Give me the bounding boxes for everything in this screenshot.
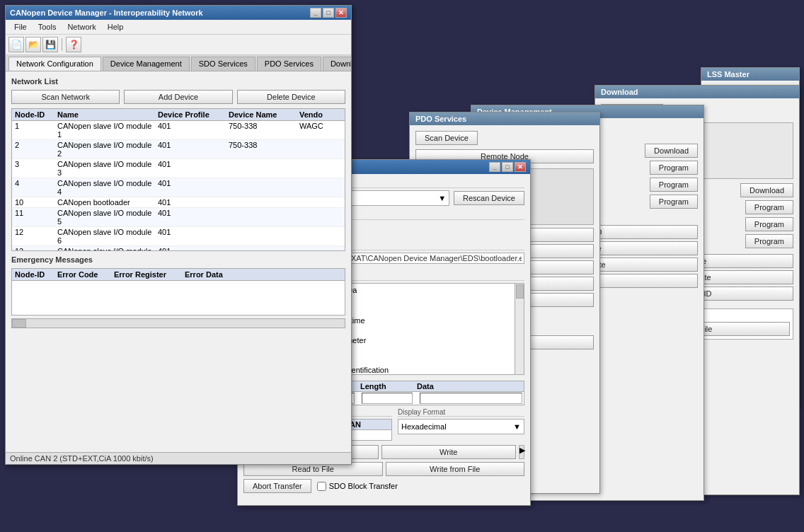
cell-node-id: 13 (15, 247, 57, 251)
help-toolbar-btn[interactable]: ❓ (66, 37, 81, 52)
sdo-tree-scrollbar[interactable] (515, 284, 524, 374)
table-row[interactable]: 2 CANopen slave I/O module 2 401 750-338 (12, 140, 345, 159)
cell-profile: 401 (158, 160, 229, 177)
menu-network[interactable]: Network (62, 21, 101, 33)
sdo-write-btn[interactable]: Write (381, 445, 517, 459)
cell-vendor (299, 179, 342, 196)
main-close-btn[interactable]: ✕ (335, 8, 347, 18)
sdo-abort-row: Abort Transfer SDO Block Transfer (243, 479, 524, 493)
table-row[interactable]: 12 CANopen slave I/O module 6 401 (12, 227, 345, 246)
cell-device (229, 209, 299, 226)
sdo-maximize-btn[interactable]: □ (502, 162, 513, 172)
table-row[interactable]: 3 CANopen slave I/O module 3 401 (12, 159, 345, 178)
em-col-register: Error Register (114, 270, 185, 279)
cell-device: 750-338 (229, 122, 299, 139)
sdo-block-transfer-checkbox-row[interactable]: SDO Block Transfer (317, 482, 398, 491)
table-row[interactable]: 13 CANopen slave I/O module 7 401 (12, 246, 345, 251)
sdo-close-btn[interactable]: ✕ (515, 162, 526, 172)
cell-node-id: 4 (15, 179, 57, 196)
em-col-error: Error Code (57, 270, 114, 279)
table-row[interactable]: 4 CANopen slave I/O module 4 401 (12, 178, 345, 197)
download-program-btn4[interactable]: Program (745, 234, 793, 248)
sdo-display-format-section: Display Format Hexadecimal ▼ (398, 408, 524, 434)
cell-vendor (299, 198, 342, 207)
sdo-display-format-label: Display Format (398, 408, 524, 417)
col-length: Length (360, 382, 417, 391)
sdo-minimize-btn[interactable]: _ (489, 162, 500, 172)
lss-title: LSS Master (701, 68, 799, 81)
sdo-display-format-dropdown[interactable]: Hexadecimal ▼ (398, 419, 524, 434)
network-table-body[interactable]: 1 CANopen slave I/O module 1 401 750-338… (11, 120, 345, 251)
sdo-data-input[interactable] (420, 393, 522, 404)
tab-pdo-services[interactable]: PDO Services (257, 57, 321, 71)
sdo-scroll-right[interactable]: ▶ (519, 445, 524, 459)
main-panel: Network List Scan Network Add Device Del… (6, 71, 351, 334)
sdo-write-from-file-btn[interactable]: Write from File (386, 462, 525, 476)
dm-program-btn1[interactable]: Program (650, 161, 698, 175)
main-title-bar: CANopen Device Manager - Interoperabilit… (6, 6, 351, 20)
status-bar: Online CAN 2 (STD+EXT,CiA 1000 kbit/s) (6, 452, 351, 464)
col-device-profile: Device Profile (158, 110, 229, 119)
dm-program-btn2[interactable]: Program (650, 178, 698, 192)
cell-name: CANopen bootloader (57, 198, 158, 207)
table-row[interactable]: 10 CANopen bootloader 401 (12, 197, 345, 208)
dropdown-arrow-icon: ▼ (438, 194, 446, 202)
cell-node-id: 1 (15, 122, 57, 139)
dm-download-btn[interactable]: Download (645, 144, 698, 158)
cell-profile: 401 (158, 209, 229, 226)
main-maximize-btn[interactable]: □ (323, 8, 334, 18)
sdo-abort-btn[interactable]: Abort Transfer (243, 479, 311, 493)
menu-help[interactable]: Help (102, 21, 130, 33)
cell-device (229, 198, 299, 207)
tab-download[interactable]: Download (323, 57, 351, 71)
cell-profile: 401 (158, 247, 229, 251)
col-device-name: Device Name (229, 110, 299, 119)
toolbar-sep1 (62, 38, 62, 51)
main-window-title: CANopen Device Manager - Interoperabilit… (10, 8, 203, 17)
sdo-length-input[interactable] (362, 393, 413, 404)
download-program-btn1[interactable]: Download (740, 183, 793, 197)
cell-device (229, 160, 299, 177)
emergency-table-body (11, 280, 345, 316)
download-program-btn2[interactable]: Program (745, 200, 793, 214)
menu-bar: File Tools Network Help (6, 20, 351, 35)
display-format-arrow-icon: ▼ (513, 422, 521, 431)
cell-vendor (299, 228, 342, 245)
pdo-title: PDO Services (410, 112, 599, 125)
sdo-window-controls[interactable]: _ □ ✕ (489, 162, 526, 172)
scan-network-btn[interactable]: Scan Network (11, 90, 120, 104)
cell-node-id: 12 (15, 228, 57, 245)
main-window-controls[interactable]: _ □ ✕ (310, 8, 347, 18)
menu-file[interactable]: File (8, 21, 33, 33)
sdo-block-transfer-checkbox[interactable] (317, 482, 326, 491)
sdo-rescan-btn[interactable]: Rescan Device (454, 191, 524, 205)
table-row[interactable]: 11 CANopen slave I/O module 5 401 (12, 208, 345, 227)
new-btn[interactable]: 📄 (8, 37, 24, 52)
table-row[interactable]: 1 CANopen slave I/O module 1 401 750-338… (12, 121, 345, 140)
cell-name: CANopen slave I/O module 5 (57, 209, 158, 226)
sdo-tree-scroll-thumb[interactable] (516, 284, 524, 299)
emergency-table-header: Node-ID Error Code Error Register Error … (11, 268, 345, 280)
tab-device-mgmt[interactable]: Device Management (103, 57, 190, 71)
main-tabs: Network Configuration Device Management … (6, 55, 351, 71)
cell-name: CANopen slave I/O module 1 (57, 122, 158, 139)
delete-device-btn[interactable]: Delete Device (237, 90, 345, 104)
horizontal-scrollbar[interactable] (11, 318, 345, 328)
col-vendor: Vendo (299, 110, 342, 119)
tab-sdo-services[interactable]: SDO Services (191, 57, 255, 71)
menu-tools[interactable]: Tools (33, 21, 62, 33)
save-btn[interactable]: 💾 (42, 37, 58, 52)
main-minimize-btn[interactable]: _ (310, 8, 321, 18)
open-btn[interactable]: 📂 (25, 37, 41, 52)
download-program-btn3[interactable]: Program (745, 217, 793, 231)
h-scroll-thumb[interactable] (12, 319, 26, 328)
pdo-scan-device-btn[interactable]: Scan Device (415, 131, 478, 145)
tab-network-config[interactable]: Network Configuration (8, 57, 101, 71)
col-node-id: Node-ID (15, 110, 57, 119)
dm-program-btn3[interactable]: Program (650, 195, 698, 209)
network-list-label: Network List (11, 77, 345, 86)
toolbar: 📄 📂 💾 ❓ (6, 35, 351, 55)
cell-node-id: 11 (15, 209, 57, 226)
em-col-data: Error Data (185, 270, 342, 279)
add-device-btn[interactable]: Add Device (124, 90, 232, 104)
